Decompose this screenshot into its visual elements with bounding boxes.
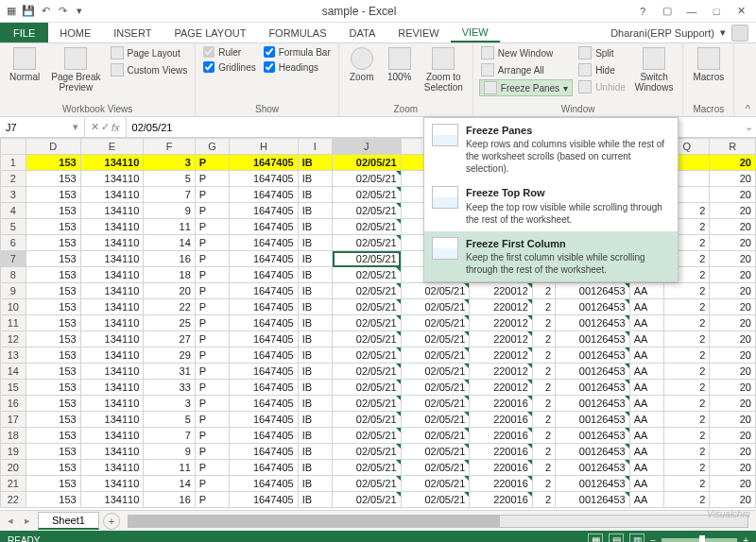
unhide-button[interactable]: Unhide: [576, 79, 627, 94]
row-header[interactable]: 19: [1, 444, 26, 460]
cell[interactable]: P: [195, 380, 229, 396]
cell[interactable]: 00126453: [556, 380, 630, 396]
cell[interactable]: 00126453: [556, 315, 630, 331]
freeze-top-row-item[interactable]: Freeze Top RowKeep the top row visible w…: [424, 180, 678, 230]
page-layout-view-icon[interactable]: ▤: [609, 534, 624, 542]
zoom-to-selection-button[interactable]: Zoom to Selection: [421, 45, 467, 94]
cell[interactable]: 11: [144, 460, 195, 476]
cell[interactable]: 02/05/21: [333, 331, 402, 347]
cell[interactable]: P: [195, 187, 229, 203]
cell[interactable]: 1647405: [230, 155, 299, 171]
qat-customize-icon[interactable]: ▾: [72, 4, 87, 19]
cell[interactable]: AA: [629, 444, 663, 460]
row-header[interactable]: 13: [1, 347, 26, 364]
cell[interactable]: 20: [710, 187, 756, 203]
cell[interactable]: 5: [144, 412, 195, 428]
cancel-formula-icon[interactable]: ✕: [91, 121, 99, 133]
cell[interactable]: AA: [629, 476, 663, 492]
cell[interactable]: IB: [298, 396, 332, 412]
cell[interactable]: 2: [664, 347, 710, 364]
cell[interactable]: 02/05/21: [333, 364, 402, 380]
cell[interactable]: 1647405: [230, 315, 299, 331]
tab-review[interactable]: REVIEW: [387, 23, 450, 42]
cell[interactable]: P: [195, 155, 229, 171]
cell[interactable]: 2: [664, 283, 710, 299]
row-header[interactable]: 20: [1, 460, 26, 476]
cell[interactable]: 134110: [80, 444, 144, 460]
cell[interactable]: 134110: [80, 364, 144, 380]
cell[interactable]: 02/05/21: [401, 380, 470, 396]
cell[interactable]: 153: [26, 444, 80, 460]
page-break-preview-button[interactable]: Page Break Preview: [47, 45, 104, 94]
cell[interactable]: 2: [532, 347, 555, 364]
cell[interactable]: 134110: [80, 315, 144, 331]
cell[interactable]: IB: [298, 171, 332, 187]
row-header[interactable]: 2: [1, 171, 26, 187]
cell[interactable]: P: [195, 315, 229, 331]
cell[interactable]: 153: [26, 219, 80, 235]
help-icon[interactable]: ?: [631, 3, 654, 20]
row-header[interactable]: 4: [1, 203, 26, 219]
cell[interactable]: 02/05/21: [401, 412, 470, 428]
tab-view[interactable]: VIEW: [451, 23, 500, 42]
column-header[interactable]: J: [333, 139, 402, 155]
row-header[interactable]: 22: [1, 492, 26, 508]
cell[interactable]: 20: [710, 171, 756, 187]
cell[interactable]: 00126453: [556, 331, 630, 347]
cell[interactable]: 2: [664, 364, 710, 380]
cell[interactable]: 02/05/21: [401, 347, 470, 364]
cell[interactable]: 2: [664, 492, 710, 508]
cell[interactable]: 02/05/21: [401, 283, 470, 299]
cell[interactable]: 02/05/21: [333, 251, 402, 267]
cell[interactable]: 02/05/21: [333, 283, 402, 299]
cell[interactable]: 00126453: [556, 444, 630, 460]
cell[interactable]: 20: [710, 412, 756, 428]
cell[interactable]: IB: [298, 347, 332, 364]
cell[interactable]: 02/05/21: [333, 460, 402, 476]
cell[interactable]: 220012: [470, 364, 533, 380]
cell[interactable]: 2: [532, 299, 555, 315]
cell[interactable]: 153: [26, 460, 80, 476]
cell[interactable]: P: [195, 364, 229, 380]
cell[interactable]: P: [195, 347, 229, 364]
cell[interactable]: 1647405: [230, 299, 299, 315]
cell[interactable]: AA: [629, 347, 663, 364]
cell[interactable]: 20: [710, 331, 756, 347]
cell[interactable]: 2: [532, 380, 555, 396]
cell[interactable]: IB: [298, 428, 332, 444]
cell[interactable]: 02/05/21: [401, 492, 470, 508]
cell[interactable]: 134110: [80, 476, 144, 492]
cell[interactable]: 220012: [470, 331, 533, 347]
cell[interactable]: 220016: [470, 444, 533, 460]
save-icon[interactable]: 💾: [21, 4, 36, 19]
tab-file[interactable]: FILE: [0, 23, 48, 42]
cell[interactable]: IB: [298, 299, 332, 315]
cell[interactable]: P: [195, 460, 229, 476]
cell[interactable]: 02/05/21: [401, 299, 470, 315]
cell[interactable]: 02/05/21: [401, 315, 470, 331]
cell[interactable]: 2: [664, 428, 710, 444]
cell[interactable]: P: [195, 412, 229, 428]
cell[interactable]: IB: [298, 235, 332, 251]
cell[interactable]: 7: [144, 428, 195, 444]
cell[interactable]: 153: [26, 331, 80, 347]
cell[interactable]: 134110: [80, 396, 144, 412]
cell[interactable]: IB: [298, 267, 332, 283]
name-box[interactable]: J7▾: [0, 117, 85, 137]
cell[interactable]: 153: [26, 235, 80, 251]
cell[interactable]: 153: [26, 187, 80, 203]
cell[interactable]: 02/05/21: [401, 364, 470, 380]
cell[interactable]: 02/05/21: [333, 476, 402, 492]
cell[interactable]: 7: [144, 187, 195, 203]
cell[interactable]: 2: [532, 364, 555, 380]
horizontal-scrollbar[interactable]: [128, 515, 748, 528]
column-header[interactable]: R: [710, 139, 756, 155]
cell[interactable]: 220012: [470, 347, 533, 364]
cell[interactable]: 31: [144, 364, 195, 380]
column-header[interactable]: G: [195, 139, 229, 155]
cell[interactable]: AA: [629, 364, 663, 380]
cell[interactable]: AA: [629, 492, 663, 508]
cell[interactable]: 1647405: [230, 476, 299, 492]
normal-button[interactable]: Normal: [6, 45, 43, 84]
cell[interactable]: 153: [26, 412, 80, 428]
